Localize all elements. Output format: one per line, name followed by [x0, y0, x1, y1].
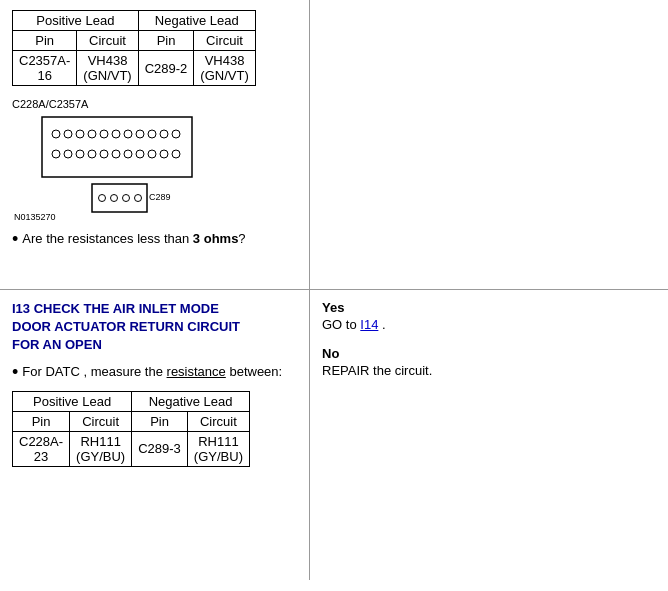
svg-rect-23 — [92, 184, 147, 212]
yes-go-text: GO to — [322, 317, 360, 332]
ohms-value: 3 ohms — [193, 231, 239, 246]
bottom-section: I13 CHECK THE AIR INLET MODEDOOR ACTUATO… — [0, 290, 668, 580]
top-right-col — [310, 0, 668, 289]
b-col-pin1: Pin — [13, 411, 70, 431]
repair-text: REPAIR the circuit. — [322, 363, 432, 378]
yes-block: Yes GO to I14 . — [322, 300, 656, 332]
svg-point-26 — [123, 195, 130, 202]
bottom-positive-header: Positive Lead — [13, 391, 132, 411]
bottom-lead-table: Positive Lead Negative Lead Pin Circuit … — [12, 391, 250, 467]
bullet-dot: • — [12, 230, 18, 248]
no-block: No REPAIR the circuit. — [322, 346, 656, 378]
svg-point-20 — [148, 150, 156, 158]
svg-point-13 — [64, 150, 72, 158]
svg-point-10 — [160, 130, 168, 138]
svg-point-9 — [148, 130, 156, 138]
svg-point-3 — [76, 130, 84, 138]
bullet-text: Are the resistances less than 3 ohms? — [22, 230, 245, 248]
col-header-circuit1: Circuit — [77, 31, 138, 51]
svg-point-18 — [124, 150, 132, 158]
svg-point-11 — [172, 130, 180, 138]
top-row-pin2: C289-2 — [138, 51, 194, 86]
bottom-row-circuit2: RH111(GY/BU) — [187, 431, 249, 466]
check-number: I13 — [12, 301, 30, 316]
top-section: Positive Lead Negative Lead Pin Circuit … — [0, 0, 668, 290]
svg-point-24 — [99, 195, 106, 202]
col-header-circuit2: Circuit — [194, 31, 255, 51]
svg-point-6 — [112, 130, 120, 138]
svg-point-7 — [124, 130, 132, 138]
resistance-word: resistance — [167, 364, 226, 379]
svg-point-16 — [100, 150, 108, 158]
b-col-circuit2: Circuit — [187, 411, 249, 431]
yes-label: Yes — [322, 300, 656, 315]
no-label: No — [322, 346, 656, 361]
bottom-right-col: Yes GO to I14 . No REPAIR the circuit. — [310, 290, 668, 580]
top-row-circuit2: VH438(GN/VT) — [194, 51, 255, 86]
col-header-pin2: Pin — [138, 31, 194, 51]
connector-svg: N0135270 C289 — [12, 112, 252, 222]
svg-point-22 — [172, 150, 180, 158]
svg-point-2 — [64, 130, 72, 138]
bottom-left-col: I13 CHECK THE AIR INLET MODEDOOR ACTUATO… — [0, 290, 310, 580]
yes-link-suffix: . — [378, 317, 385, 332]
svg-point-4 — [88, 130, 96, 138]
b-col-circuit1: Circuit — [70, 411, 132, 431]
connector-label-top: C228A/C2357A — [12, 98, 88, 110]
svg-point-8 — [136, 130, 144, 138]
svg-text:N0135270: N0135270 — [14, 212, 56, 222]
b-col-pin2: Pin — [132, 411, 188, 431]
heading-rest: CHECK THE AIR INLET MODEDOOR ACTUATOR RE… — [12, 301, 240, 352]
svg-point-14 — [76, 150, 84, 158]
svg-point-19 — [136, 150, 144, 158]
top-lead-table: Positive Lead Negative Lead Pin Circuit … — [12, 10, 256, 86]
svg-text:C289: C289 — [149, 192, 171, 202]
connector-diagram: C228A/C2357A — [12, 98, 297, 222]
svg-point-12 — [52, 150, 60, 158]
bottom-negative-header: Negative Lead — [132, 391, 250, 411]
bottom-row-pin2: C289-3 — [132, 431, 188, 466]
top-row-circuit1: VH438(GN/VT) — [77, 51, 138, 86]
svg-point-15 — [88, 150, 96, 158]
svg-point-25 — [111, 195, 118, 202]
bottom-pins — [52, 150, 180, 158]
top-pins — [52, 130, 180, 138]
svg-point-5 — [100, 130, 108, 138]
svg-point-1 — [52, 130, 60, 138]
svg-point-21 — [160, 150, 168, 158]
page: Positive Lead Negative Lead Pin Circuit … — [0, 0, 668, 591]
yes-action: GO to I14 . — [322, 317, 656, 332]
bullet-dot-2: • — [12, 363, 18, 381]
svg-point-17 — [112, 150, 120, 158]
svg-point-27 — [135, 195, 142, 202]
bullet-text-2: For DATC , measure the resistance betwee… — [22, 363, 282, 381]
top-positive-header: Positive Lead — [13, 11, 139, 31]
bottom-row-pin1: C228A-23 — [13, 431, 70, 466]
top-row-pin1: C2357A-16 — [13, 51, 77, 86]
top-left-col: Positive Lead Negative Lead Pin Circuit … — [0, 0, 310, 289]
bottom-bullet: • For DATC , measure the resistance betw… — [12, 363, 297, 381]
top-bullet: • Are the resistances less than 3 ohms? — [12, 230, 297, 248]
bottom-row-circuit1: RH111(GY/BU) — [70, 431, 132, 466]
no-action: REPAIR the circuit. — [322, 363, 656, 378]
col-header-pin1: Pin — [13, 31, 77, 51]
top-negative-header: Negative Lead — [138, 11, 255, 31]
yes-link[interactable]: I14 — [360, 317, 378, 332]
section-heading: I13 CHECK THE AIR INLET MODEDOOR ACTUATO… — [12, 300, 297, 355]
svg-rect-0 — [42, 117, 192, 177]
